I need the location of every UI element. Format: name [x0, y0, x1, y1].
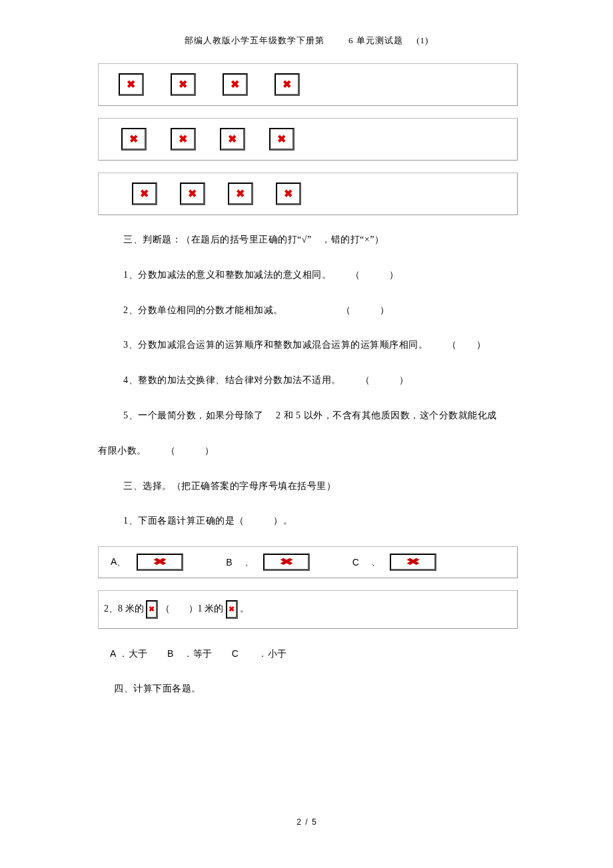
header-title-a: 部编人教版小学五年级数学下册第 — [185, 35, 324, 45]
header-title-b: 6 单元测试题 — [348, 35, 403, 45]
option-c: C 、 — [352, 554, 436, 571]
image-row-1 — [98, 63, 518, 106]
option-b: B 、 — [226, 554, 309, 571]
broken-image-icon — [171, 128, 196, 151]
s3b-q1-options: A、 B 、 C 、 — [98, 546, 518, 578]
punct: 、 — [371, 556, 380, 568]
image-row-3 — [98, 173, 518, 215]
broken-image-icon — [275, 73, 300, 96]
broken-image-icon — [180, 183, 205, 205]
option-b-label: B — [226, 557, 232, 568]
broken-image-icon — [269, 128, 295, 151]
s3-question-5a: 5、一个最简分数，如果分母除了 2 和 5 以外，不含有其他质因数，这个分数就能… — [123, 406, 518, 426]
broken-image-icon — [276, 183, 301, 205]
s3b-q2-options: A ．大于 B ．等于 C ．小于 — [110, 644, 518, 664]
option-c-label: C — [352, 557, 359, 568]
section-3b-heading: 三、选择。（把正确答案的字母序号填在括号里） — [123, 476, 518, 497]
s3-question-1: 1、分数加减法的意义和整数加减法的意义相同。 （ ） — [123, 265, 518, 286]
q2-text-pre: 2、8 米的 — [104, 604, 144, 614]
broken-image-icon — [146, 600, 158, 619]
broken-image-icon — [171, 73, 196, 96]
s3-question-5b: 有限小数。 （ ） — [98, 441, 518, 462]
broken-image-icon — [121, 128, 147, 151]
broken-image-icon — [390, 554, 436, 571]
s3b-question-1: 1、下面各题计算正确的是（ ）。 — [123, 511, 518, 532]
q2-text-end: 。 — [240, 604, 249, 614]
section-4-heading: 四、计算下面各题。 — [114, 679, 518, 699]
page-number: 2 — [297, 817, 301, 827]
page-content: 三、判断题：（在题后的括号里正确的打“√” ，错的打“×”） 1、分数加减法的意… — [98, 63, 518, 714]
image-row-2 — [98, 118, 518, 161]
header-title-c: (1) — [416, 35, 428, 45]
s3-question-2: 2、分数单位相同的分数才能相加减。 （ ） — [123, 300, 518, 321]
broken-image-icon — [263, 554, 310, 571]
s3-question-4: 4、整数的加法交换律、结合律对分数加法不适用。 （ ） — [123, 370, 518, 391]
option-a-label: A、 — [111, 556, 126, 568]
broken-image-icon — [137, 554, 183, 571]
page-footer: 2 / 5 — [0, 817, 613, 827]
section-3-heading: 三、判断题：（在题后的括号里正确的打“√” ，错的打“×”） — [123, 230, 518, 250]
page-total: 5 — [312, 817, 316, 827]
broken-image-icon — [226, 600, 238, 619]
punct: 、 — [245, 556, 254, 568]
option-a: A、 — [111, 554, 183, 571]
q2-text-mid: （ ）1 米的 — [161, 604, 224, 614]
page-header: 部编人教版小学五年级数学下册第 6 单元测试题 (1) — [0, 0, 613, 47]
broken-image-icon — [228, 183, 253, 205]
broken-image-icon — [132, 183, 157, 205]
broken-image-icon — [119, 73, 144, 96]
s3-question-3: 3、分数加减混合运算的运算顺序和整数加减混合运算的运算顺序相同。 （ ） — [123, 335, 518, 356]
s3b-question-2: 2、8 米的 （ ）1 米的 。 — [98, 590, 518, 629]
broken-image-icon — [220, 128, 245, 151]
page-slash: / — [305, 817, 307, 827]
broken-image-icon — [223, 73, 248, 96]
